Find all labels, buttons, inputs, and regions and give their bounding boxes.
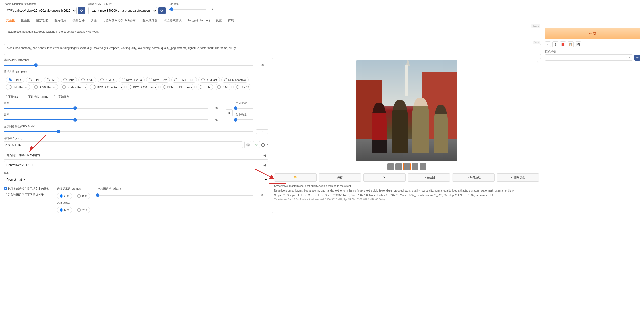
hires-check[interactable]: 高清修复 bbox=[54, 95, 69, 99]
sampler-DPM2-Karras[interactable]: DPM2 Karras bbox=[32, 84, 58, 90]
sampler-Euler-a[interactable]: Euler a bbox=[6, 77, 24, 83]
width-slider[interactable] bbox=[4, 108, 208, 109]
sampler-DPM---2S-a[interactable]: DPM++ 2S a bbox=[119, 77, 145, 83]
batch-count-value[interactable]: 1 bbox=[256, 106, 268, 110]
bookmark-icon[interactable]: 📕 bbox=[560, 41, 566, 47]
sampler-UniPC[interactable]: UniPC bbox=[233, 84, 251, 90]
tiling-check[interactable]: 平铺/分块 (Tiling) bbox=[24, 95, 49, 99]
tab-3[interactable]: 图片信息 bbox=[52, 16, 69, 25]
output-image[interactable] bbox=[356, 60, 457, 161]
output-thumb[interactable] bbox=[420, 163, 426, 170]
vae-select[interactable]: vae-ft-mse-840000-ema-pruned.safetensors bbox=[88, 7, 157, 14]
accordion-arrow-icon: ◀ bbox=[263, 154, 266, 157]
send-inpaint-button[interactable]: >> 局部重绘 bbox=[452, 173, 495, 182]
save-button[interactable]: 保存 bbox=[319, 173, 361, 182]
tab-9[interactable]: Tag反推(Tagger) bbox=[185, 16, 212, 25]
sampler-Euler[interactable]: Euler bbox=[26, 77, 42, 83]
face-restore-check[interactable]: 面部修复 bbox=[4, 95, 19, 99]
matrix-margin-slider[interactable] bbox=[98, 195, 253, 196]
script-label: 脚本 bbox=[4, 171, 268, 175]
save-style-icon[interactable]: 💾 bbox=[575, 41, 581, 47]
height-slider[interactable] bbox=[4, 119, 208, 120]
tab-8[interactable]: 模型格式转换 bbox=[161, 16, 184, 25]
sampler-DPM2-a[interactable]: DPM2 a bbox=[98, 77, 117, 83]
clip-label: Clip 跳过层 bbox=[169, 2, 216, 6]
tab-11[interactable]: 扩展 bbox=[225, 16, 236, 25]
matrix-put-start-check[interactable]: 把可变部分放在提示词文本的开头 bbox=[4, 187, 49, 191]
positive-prompt[interactable]: masterpiece, best quality,people walking… bbox=[4, 28, 541, 41]
model-refresh-icon[interactable]: ⟳ bbox=[78, 7, 85, 14]
matrix-comma-radio[interactable]: 逗号 bbox=[57, 207, 72, 213]
sampler-DPM---2S-a-Karras[interactable]: DPM++ 2S a Karras bbox=[90, 84, 124, 90]
sampler-DPM---2M[interactable]: DPM++ 2M bbox=[146, 77, 170, 83]
sampler-DDIM[interactable]: DDIM bbox=[196, 84, 213, 90]
style-clear-icon[interactable]: ✕ ▼ bbox=[626, 56, 631, 59]
output-thumb[interactable] bbox=[412, 163, 418, 170]
matrix-diff-seed-check[interactable]: 为每张图片使用不同随机种子 bbox=[4, 193, 49, 197]
sampler-Heun[interactable]: Heun bbox=[61, 77, 77, 83]
tab-10[interactable]: 设置 bbox=[213, 16, 224, 25]
send-img2img-button[interactable]: >> 图生图 bbox=[408, 173, 450, 182]
tab-4[interactable]: 模型合并 bbox=[70, 16, 87, 25]
arrow-icon[interactable]: ↙ bbox=[545, 41, 551, 47]
cfg-value[interactable]: 7 bbox=[256, 129, 268, 134]
open-folder-button[interactable]: 📂 bbox=[274, 173, 317, 182]
clip-value[interactable]: 2 bbox=[209, 7, 216, 11]
output-thumb[interactable] bbox=[395, 163, 402, 170]
tab-7[interactable]: 图库浏览器 bbox=[140, 16, 160, 25]
batch-size-value[interactable]: 1 bbox=[256, 118, 268, 122]
width-value[interactable]: 768 bbox=[211, 106, 223, 110]
sampler-LMS-Karras[interactable]: LMS Karras bbox=[6, 84, 30, 90]
output-close-icon[interactable]: ✕ bbox=[536, 60, 540, 64]
batch-size-slider[interactable] bbox=[236, 119, 253, 120]
matrix-margin-value[interactable]: 0 bbox=[256, 193, 268, 197]
sampler-DPM-adaptive[interactable]: DPM adaptive bbox=[221, 77, 249, 83]
tab-6[interactable]: 可选附加网络(LoRA插件) bbox=[100, 16, 139, 25]
cfg-slider[interactable] bbox=[4, 131, 253, 132]
sampler-DPM---SDE[interactable]: DPM++ SDE bbox=[171, 77, 197, 83]
trash-icon[interactable]: 🗑 bbox=[552, 41, 558, 47]
seed-extra-check[interactable] bbox=[261, 143, 265, 147]
chevron-down-icon[interactable]: ▼ bbox=[266, 144, 268, 146]
tab-5[interactable]: 训练 bbox=[88, 16, 99, 25]
steps-slider[interactable] bbox=[4, 65, 253, 66]
generate-button[interactable]: 生成 bbox=[545, 28, 640, 39]
tab-2[interactable]: 附加功能 bbox=[34, 16, 51, 25]
swap-dims-icon[interactable]: ⇅ bbox=[226, 109, 233, 116]
seed-dice-icon[interactable]: 🎲 bbox=[244, 141, 251, 148]
controlnet-accordion[interactable]: ControlNet v1.1.191◀ bbox=[4, 161, 268, 169]
style-refresh-icon[interactable]: ⟳ bbox=[634, 55, 640, 61]
steps-value[interactable]: 20 bbox=[256, 63, 268, 67]
sampler-DPM-fast[interactable]: DPM fast bbox=[198, 77, 220, 83]
model-select[interactable]: 写实\realisticVisionV20_v20.safetensors [c… bbox=[4, 7, 77, 14]
send-extras-button[interactable]: >> 附加功能 bbox=[497, 173, 539, 182]
height-label: 高度 bbox=[4, 113, 223, 117]
output-thumb[interactable] bbox=[404, 163, 410, 170]
clipboard-icon[interactable]: 📋 bbox=[568, 41, 574, 47]
height-value[interactable]: 768 bbox=[211, 118, 223, 122]
matrix-negative-radio[interactable]: 负面 bbox=[75, 193, 90, 199]
output-thumb[interactable] bbox=[387, 163, 394, 170]
sampler-LMS[interactable]: LMS bbox=[44, 77, 59, 83]
sampler-DPM2[interactable]: DPM2 bbox=[78, 77, 96, 83]
tab-0[interactable]: 文生图 bbox=[4, 16, 18, 25]
pos-token-count: 17/75 bbox=[531, 24, 540, 28]
sampler-PLMS[interactable]: PLMS bbox=[215, 84, 232, 90]
clip-slider[interactable] bbox=[169, 9, 206, 10]
zip-button[interactable]: Zip bbox=[363, 173, 406, 182]
matrix-space-radio[interactable]: 空格 bbox=[75, 207, 90, 213]
sampler-DPM2-a-Karras[interactable]: DPM2 a Karras bbox=[60, 84, 88, 90]
negative-prompt[interactable]: lowres, bad anatomy, bad hands, text, er… bbox=[4, 44, 541, 55]
style-select[interactable]: ✕ ▼ bbox=[545, 54, 633, 61]
seed-recycle-icon[interactable]: ♻ bbox=[253, 141, 260, 148]
batch-count-slider[interactable] bbox=[236, 108, 253, 109]
matrix-positive-radio[interactable]: 正面 bbox=[57, 193, 72, 199]
script-select[interactable]: Prompt matrix bbox=[4, 176, 268, 183]
vae-refresh-icon[interactable]: ⟳ bbox=[158, 7, 166, 14]
tab-1[interactable]: 图生图 bbox=[19, 16, 33, 25]
sampler-DPM---SDE-Karras[interactable]: DPM++ SDE Karras bbox=[160, 84, 195, 90]
lora-accordion[interactable]: 可选附加网络(LoRA插件)◀ bbox=[4, 151, 268, 160]
seed-input[interactable] bbox=[4, 141, 243, 148]
sampler-DPM---2M-Karras[interactable]: DPM++ 2M Karras bbox=[126, 84, 159, 90]
steps-label: 采样迭代步数(Steps) bbox=[4, 58, 268, 62]
